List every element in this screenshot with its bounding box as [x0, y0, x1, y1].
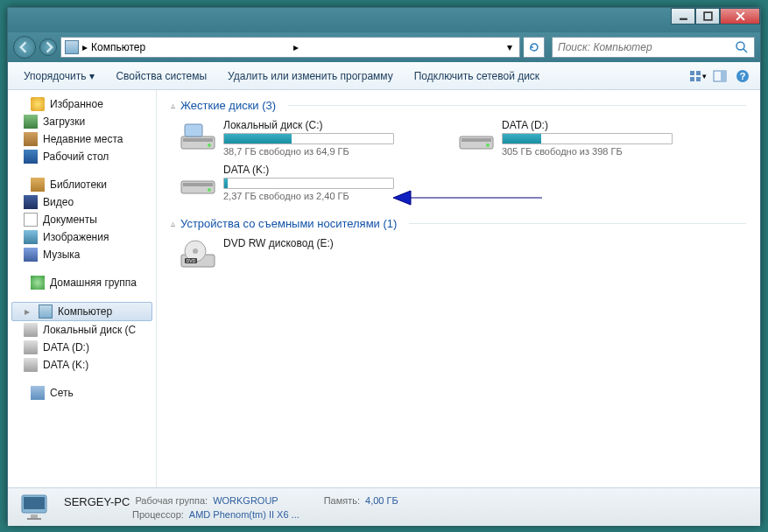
- titlebar: [8, 8, 760, 32]
- music-icon: [24, 248, 38, 262]
- drive-label: Локальный диск (C:): [223, 119, 442, 131]
- svg-point-2: [736, 42, 744, 50]
- svg-point-17: [486, 144, 490, 147]
- pictures-icon: [24, 230, 38, 244]
- computer-icon: [65, 40, 79, 54]
- svg-point-13: [208, 144, 211, 147]
- hard-drive-icon: [458, 119, 495, 154]
- free-space-label: 305 ГБ свободно из 398 ГБ: [502, 146, 721, 157]
- sidebar-recent[interactable]: Недавние места: [8, 130, 156, 148]
- svg-rect-29: [27, 518, 41, 520]
- network-icon: [31, 386, 45, 400]
- preview-pane-button[interactable]: [709, 66, 730, 87]
- svg-rect-12: [183, 138, 213, 142]
- uninstall-button[interactable]: Удалить или изменить программу: [219, 66, 402, 86]
- dvd-drive-icon: DVD: [180, 237, 216, 272]
- svg-rect-28: [31, 514, 38, 518]
- breadcrumb-sep: ▸: [82, 41, 88, 53]
- svg-rect-19: [183, 183, 213, 186]
- video-icon: [24, 195, 38, 209]
- free-space-label: 2,37 ГБ свободно из 2,40 ГБ: [223, 191, 442, 201]
- capacity-bar: [223, 133, 394, 144]
- sidebar-videos[interactable]: Видео: [8, 193, 156, 211]
- address-dropdown[interactable]: ▾: [504, 41, 516, 53]
- close-button[interactable]: [720, 8, 760, 24]
- svg-point-20: [208, 188, 211, 192]
- sidebar-drive-d[interactable]: DATA (D:): [8, 339, 156, 356]
- svg-rect-3: [690, 71, 694, 75]
- hard-drive-icon: [180, 164, 216, 199]
- capacity-bar: [223, 178, 394, 189]
- nav-bar: ▸ Компьютер ▸ ▾: [8, 32, 760, 62]
- help-button[interactable]: ?: [732, 66, 753, 87]
- organize-menu[interactable]: Упорядочить▾: [15, 66, 103, 86]
- breadcrumb-text: Компьютер: [91, 41, 290, 53]
- maximize-button[interactable]: [695, 8, 720, 24]
- minimize-button[interactable]: [671, 8, 695, 24]
- sidebar-favorites[interactable]: Избранное: [8, 95, 156, 113]
- explorer-window: ▸ Компьютер ▸ ▾ Упорядочить▾ Свойства си…: [7, 7, 761, 525]
- search-box[interactable]: [552, 37, 755, 58]
- back-button[interactable]: [13, 36, 36, 59]
- cpu-value: AMD Phenom(tm) II X6 ...: [189, 509, 299, 520]
- drive-label: DATA (K:): [223, 164, 442, 176]
- libraries-icon: [31, 178, 45, 192]
- breadcrumb-sep: ▸: [293, 41, 299, 53]
- sidebar-pictures[interactable]: Изображения: [8, 228, 156, 246]
- sidebar-computer[interactable]: ▸Компьютер: [11, 302, 152, 321]
- search-icon: [735, 40, 749, 54]
- svg-rect-6: [696, 77, 701, 81]
- system-properties-button[interactable]: Свойства системы: [107, 66, 215, 86]
- drive-icon: [24, 358, 38, 372]
- chevron-down-icon: ▵: [171, 101, 175, 110]
- sidebar-documents[interactable]: Документы: [8, 211, 156, 228]
- drive-label: DVD RW дисковод (E:): [223, 237, 442, 249]
- capacity-bar: [502, 133, 673, 144]
- sidebar-libraries[interactable]: Библиотеки: [8, 176, 156, 193]
- drive-item[interactable]: DATA (D:) 305 ГБ свободно из 398 ГБ: [458, 119, 721, 157]
- address-bar[interactable]: ▸ Компьютер ▸ ▾: [60, 37, 520, 58]
- sidebar-drive-c[interactable]: Локальный диск (C: [8, 321, 156, 339]
- svg-text:DVD: DVD: [187, 258, 196, 263]
- free-space-label: 38,7 ГБ свободно из 64,9 ГБ: [223, 146, 442, 157]
- drive-label: DATA (D:): [502, 119, 721, 131]
- forward-button[interactable]: [39, 38, 57, 56]
- downloads-icon: [24, 115, 38, 129]
- workgroup-value: WORKGROUP: [213, 495, 278, 508]
- svg-rect-0: [680, 18, 687, 20]
- toolbar: Упорядочить▾ Свойства системы Удалить ил…: [8, 62, 760, 90]
- svg-rect-16: [462, 138, 491, 142]
- drive-item[interactable]: DVD DVD RW дисковод (E:): [180, 237, 442, 272]
- search-input[interactable]: [558, 41, 731, 53]
- group-removable[interactable]: ▵ Устройства со съемными носителями (1): [171, 217, 746, 230]
- group-hard-drives[interactable]: ▵ Жесткие диски (3): [171, 99, 746, 112]
- sidebar-drive-k[interactable]: DATA (K:): [8, 356, 156, 374]
- desktop-icon: [24, 150, 38, 164]
- sidebar-music[interactable]: Музыка: [8, 246, 156, 263]
- navigation-pane: Избранное Загрузки Недавние места Рабочи…: [8, 90, 157, 487]
- svg-rect-8: [721, 71, 726, 81]
- svg-text:?: ?: [740, 71, 746, 81]
- details-pane: SERGEY-PC Рабочая группа: WORKGROUP Памя…: [8, 487, 760, 526]
- sidebar-homegroup[interactable]: Домашняя группа: [8, 274, 156, 291]
- drive-item[interactable]: DATA (K:) 2,37 ГБ свободно из 2,40 ГБ: [180, 164, 442, 201]
- drive-icon: [24, 340, 38, 354]
- computer-icon: [39, 304, 53, 318]
- svg-rect-1: [704, 12, 712, 20]
- view-options-button[interactable]: ▾: [687, 66, 708, 87]
- chevron-down-icon: ▵: [171, 219, 175, 228]
- drive-item[interactable]: Локальный диск (C:) 38,7 ГБ свободно из …: [180, 119, 442, 157]
- computer-icon: [18, 494, 53, 522]
- recent-icon: [24, 132, 38, 146]
- svg-rect-14: [185, 124, 202, 136]
- sidebar-desktop[interactable]: Рабочий стол: [8, 148, 156, 165]
- document-icon: [24, 213, 38, 227]
- computer-name: SERGEY-PC: [64, 495, 130, 508]
- sidebar-network[interactable]: Сеть: [8, 384, 156, 402]
- content-pane: ▵ Жесткие диски (3) Локальный диск (C:) …: [157, 90, 760, 487]
- refresh-button[interactable]: [524, 37, 545, 58]
- svg-point-23: [193, 248, 198, 254]
- svg-rect-27: [24, 497, 45, 509]
- map-drive-button[interactable]: Подключить сетевой диск: [405, 66, 548, 86]
- sidebar-downloads[interactable]: Загрузки: [8, 113, 156, 130]
